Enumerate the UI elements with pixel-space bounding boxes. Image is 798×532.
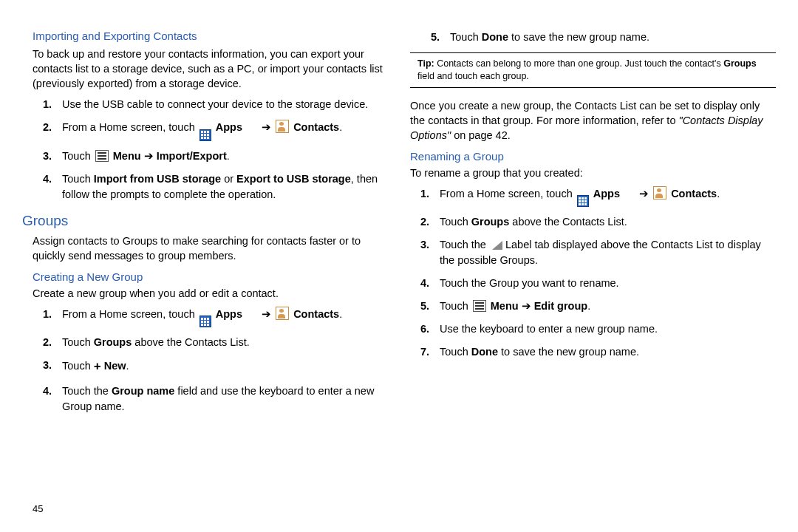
tip-label: Tip: [417,58,434,69]
arrow: ➔ [522,300,534,312]
label-edit-group: Edit group [534,300,588,312]
plus-icon: + [94,359,101,373]
step-1: From a Home screen, touch Apps ➔ Contact… [440,186,776,208]
label-apps: Apps [593,188,620,200]
manual-page: Importing and Exporting Contacts To back… [0,0,798,429]
step-2: Touch Groups above the Contacts List. [62,335,388,350]
text: From a Home screen, touch [62,121,198,133]
label-menu: Menu [491,300,519,312]
left-column: Importing and Exporting Contacts To back… [22,30,388,422]
text: Touch [62,336,94,348]
step-3: Touch Menu ➔ Import/Export. [62,149,388,164]
label-export-usb: Export to USB storage [236,173,351,185]
label-contacts: Contacts [293,121,339,133]
contacts-icon [276,307,289,320]
step-7: Touch Done to save the new group name. [440,344,776,360]
label-new: New [104,360,126,372]
step-3: Touch + New. [62,358,388,376]
text: or [221,173,236,185]
step-4: Touch the Group you want to rename. [440,276,776,291]
apps-icon [200,129,211,141]
label-apps: Apps [216,121,242,133]
heading-rename-group: Renaming a Group [410,150,776,163]
text: above the Contacts List. [132,336,250,348]
text: Touch [62,150,94,162]
text: to save the new group name. [508,31,649,43]
text: Touch [440,300,471,312]
step-3: Touch the Label tab displayed above the … [440,237,776,268]
text: above the Contacts List. [509,216,627,228]
paragraph-after-tip: Once you create a new group, the Contact… [410,98,776,143]
text: Contacts can belong to more than one gro… [434,58,724,69]
heading-create-group: Creating a New Group [33,270,388,283]
paragraph-groups-intro: Assign contacts to Groups to make search… [33,233,388,263]
label-groups: Groups [723,58,756,69]
page-number: 45 [33,503,43,514]
menu-icon [95,150,109,162]
text: Touch [440,346,471,358]
step-5: Touch Done to save the new group name. [450,30,776,45]
step-2: Touch Groups above the Contacts List. [440,214,776,230]
paragraph-create-intro: Create a new group when you add or edit … [33,286,388,301]
label-tab-icon [489,239,502,250]
label-contacts: Contacts [293,308,339,320]
text: Touch [440,216,471,228]
list-import-steps: Use the USB cable to connect your device… [33,97,388,202]
label-groups: Groups [471,216,510,228]
step-2: From a Home screen, touch Apps ➔ Contact… [62,120,388,141]
text: to save the new group name. [498,346,639,358]
label-contacts: Contacts [671,188,717,200]
step-1: Use the USB cable to connect your device… [62,97,388,112]
step-4: Touch the Group name field and use the k… [62,383,388,415]
text: From a Home screen, touch [62,308,198,320]
text: Touch [62,173,94,185]
apps-icon [200,316,211,327]
tip-box: Tip: Contacts can belong to more than on… [410,52,776,88]
right-column: Touch Done to save the new group name. T… [410,30,776,422]
list-rename-steps: From a Home screen, touch Apps ➔ Contact… [410,186,776,361]
label-done: Done [482,31,508,43]
paragraph-import-intro: To back up and restore your contacts inf… [33,47,388,91]
paragraph-rename-intro: To rename a group that you created: [410,166,776,180]
label-menu: Menu [113,150,141,162]
contacts-icon [653,186,666,200]
step-4: Touch Import from USB storage or Export … [62,171,388,202]
text: From a Home screen, touch [440,188,576,200]
apps-icon [577,195,589,207]
step-6: Use the keyboard to enter a new group na… [440,321,776,337]
label-apps: Apps [216,308,242,320]
text: Touch the [62,385,112,397]
text: Touch the [440,239,489,250]
label-done: Done [471,346,498,358]
arrow: ➔ [144,150,157,162]
heading-groups: Groups [22,213,388,229]
label-import-usb: Import from USB storage [94,173,221,185]
label-groups: Groups [94,336,132,348]
label-import-export: Import/Export [157,150,227,162]
heading-import-export: Importing and Exporting Contacts [33,30,388,42]
list-create-steps-cont: Touch Done to save the new group name. [420,30,776,45]
text: field and touch each group. [417,71,529,81]
contacts-icon [276,120,289,133]
step-1: From a Home screen, touch Apps ➔ Contact… [62,307,388,328]
list-create-steps: From a Home screen, touch Apps ➔ Contact… [33,307,388,415]
menu-icon [473,300,486,312]
step-5: Touch Menu ➔ Edit group. [440,299,776,314]
text: on page 42. [451,129,511,141]
text: Touch [62,360,94,372]
label-group-name: Group name [112,385,174,397]
text: Touch [450,31,482,43]
